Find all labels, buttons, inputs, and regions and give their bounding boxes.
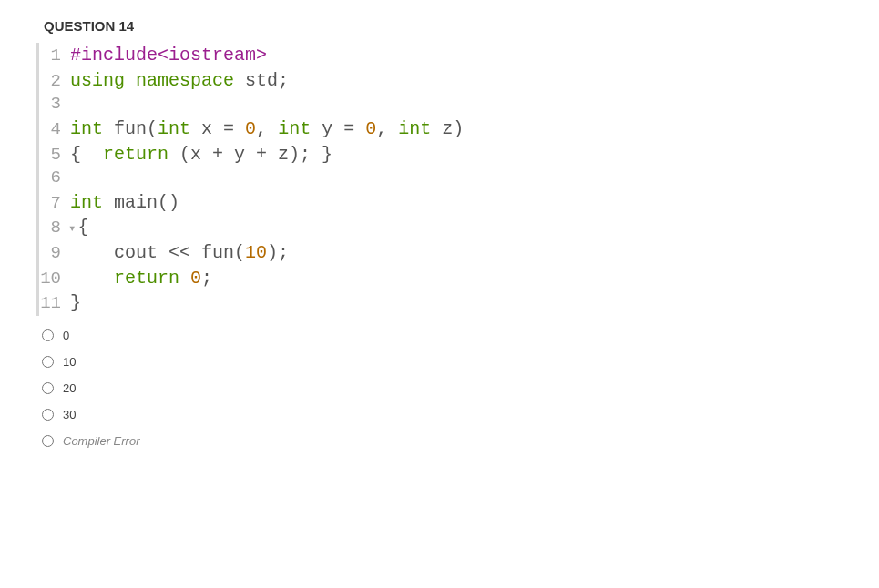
line-number: 1 — [39, 45, 70, 68]
code-line: 3 — [39, 93, 843, 117]
code-line: 8▾{ — [39, 215, 843, 240]
answer-option[interactable]: 0 — [42, 329, 843, 342]
code-token: int — [158, 118, 201, 139]
answer-label: 0 — [63, 329, 69, 342]
code-token: 10 — [245, 242, 267, 263]
code-line: 10 return 0; — [39, 266, 843, 291]
code-token: return — [114, 268, 190, 289]
line-number: 6 — [39, 167, 70, 190]
answer-label: Compiler Error — [63, 434, 140, 448]
code-token: + z); } — [256, 144, 332, 165]
code-line: 6 — [39, 167, 843, 190]
answer-label: 30 — [63, 408, 76, 421]
line-number: 10 — [39, 268, 70, 291]
code-token: int — [70, 118, 114, 139]
code-content: } — [70, 290, 81, 315]
answer-label: 20 — [63, 381, 76, 395]
code-token — [70, 268, 114, 289]
code-token: #include<iostream> — [70, 45, 267, 66]
code-token: int — [278, 118, 322, 139]
answer-radio[interactable] — [42, 409, 54, 421]
question-title: QUESTION 14 — [44, 18, 843, 34]
code-token: (x — [179, 144, 212, 165]
code-token: z — [442, 118, 453, 139]
line-number: 4 — [39, 118, 70, 142]
code-token: , — [376, 118, 398, 139]
code-token: = — [223, 118, 245, 139]
line-number: 5 — [39, 144, 70, 167]
answer-option[interactable]: 30 — [42, 408, 843, 421]
fold-marker-icon[interactable]: ▾ — [68, 220, 76, 238]
code-line: 7int main() — [39, 190, 843, 216]
answer-option[interactable]: 20 — [42, 381, 843, 395]
code-token: int — [398, 118, 442, 139]
code-token: main — [114, 192, 158, 213]
code-content: cout << fun(10); — [70, 240, 289, 265]
code-token: ); — [267, 242, 289, 263]
code-token: x — [201, 118, 223, 139]
code-token: { — [77, 217, 88, 238]
code-line: 1#include<iostream> — [39, 43, 843, 68]
answer-radio[interactable] — [42, 356, 54, 368]
code-content: using namespace std; — [70, 68, 289, 93]
code-line: 11} — [39, 290, 843, 316]
answer-option[interactable]: 10 — [42, 355, 843, 369]
code-token: ; — [278, 70, 289, 91]
code-line: 5{ return (x + y + z); } — [39, 142, 843, 167]
code-token: return — [103, 144, 179, 165]
code-token: << — [169, 242, 201, 263]
code-content: #include<iostream> — [70, 43, 267, 67]
code-block: 1#include<iostream>2using namespace std;… — [36, 43, 843, 316]
code-token: , — [256, 118, 278, 139]
code-token: + y — [212, 144, 256, 165]
line-number: 2 — [39, 70, 70, 94]
code-token: 0 — [365, 118, 376, 139]
code-token: 0 — [190, 268, 201, 289]
code-token: ; — [201, 268, 212, 289]
code-token: using — [70, 70, 136, 91]
code-token: () — [158, 192, 179, 213]
code-token: y — [322, 118, 343, 139]
code-token: fun — [114, 118, 147, 139]
code-content: return 0; — [70, 266, 212, 290]
line-number: 11 — [39, 292, 70, 316]
answer-label: 10 — [63, 355, 76, 369]
code-token: int — [70, 192, 114, 213]
code-token: std — [245, 70, 278, 91]
answer-radio[interactable] — [42, 435, 54, 447]
code-content: int fun(int x = 0, int y = 0, int z) — [70, 117, 464, 141]
answer-options: 0102030Compiler Error — [42, 329, 843, 448]
code-token: ) — [453, 118, 464, 139]
code-token: 0 — [245, 118, 256, 139]
code-token: ( — [147, 118, 158, 139]
code-content: int main() — [70, 190, 179, 215]
code-token: { — [70, 144, 103, 165]
code-token: ( — [234, 242, 245, 263]
line-number: 8 — [39, 217, 70, 240]
answer-radio[interactable] — [42, 329, 54, 341]
code-content: { — [77, 215, 88, 239]
code-token: fun — [201, 242, 234, 263]
line-number: 7 — [39, 192, 70, 216]
code-token: cout — [70, 242, 169, 263]
code-token: namespace — [136, 70, 245, 91]
code-token: = — [343, 118, 365, 139]
answer-radio[interactable] — [42, 382, 54, 394]
answer-option[interactable]: Compiler Error — [42, 434, 843, 448]
code-line: 4int fun(int x = 0, int y = 0, int z) — [39, 117, 843, 142]
line-number: 9 — [39, 242, 70, 266]
line-number: 3 — [39, 93, 70, 117]
code-token: } — [70, 292, 81, 313]
code-line: 2using namespace std; — [39, 68, 843, 94]
code-content: { return (x + y + z); } — [70, 142, 332, 167]
code-line: 9 cout << fun(10); — [39, 240, 843, 266]
